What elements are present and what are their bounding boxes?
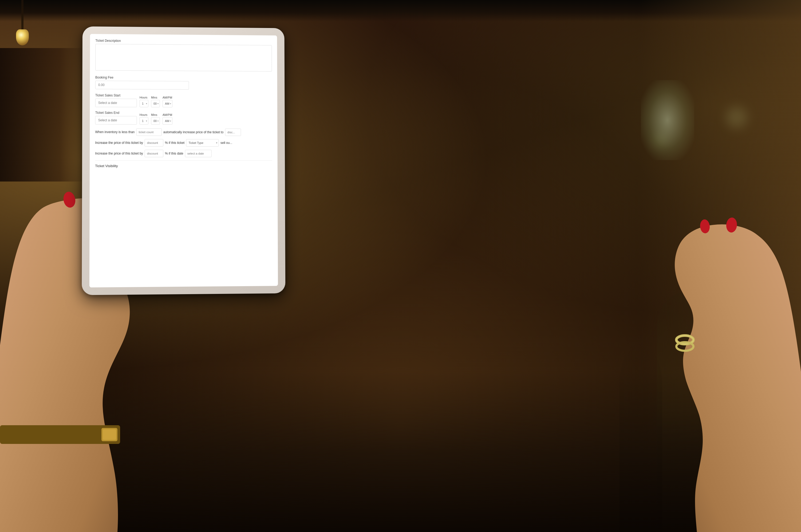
booking-fee-input[interactable] xyxy=(95,81,189,90)
end-ampm-arrow-icon: ▾ xyxy=(170,120,171,122)
ticket-sales-start-date-wrapper: Ticket Sales Start xyxy=(95,93,137,107)
start-ampm-label: AM/PM xyxy=(163,96,172,99)
start-hours-group: Hours 1234 5678 9101112 ▾ xyxy=(139,96,148,107)
start-hours-label: Hours xyxy=(139,96,147,99)
end-mins-group: Mins 00051015 20253035 40455055 ▾ xyxy=(151,113,160,125)
start-hours-select-wrap: 1234 5678 9101112 ▾ xyxy=(139,100,148,107)
ticket-sales-start-group: Ticket Sales Start Hours 1234 5678 91011… xyxy=(95,93,272,108)
start-mins-group: Mins 00051015 20253035 40455055 ▾ xyxy=(151,96,160,107)
price-date-input[interactable] xyxy=(185,150,212,157)
start-mins-arrow-icon: ▾ xyxy=(157,102,158,105)
end-ampm-select-wrap: AMPM ▾ xyxy=(163,117,172,125)
ticket-sales-start-label: Ticket Sales Start xyxy=(95,93,137,97)
end-hours-select[interactable]: 1234 5678 9101112 xyxy=(142,119,146,122)
ticket-type-select[interactable]: Ticket Type General Admission VIP Early … xyxy=(186,139,219,147)
price-rule-2-prefix: Increase the price of this ticket by xyxy=(95,152,143,155)
end-ampm-select[interactable]: AMPM xyxy=(165,119,170,122)
end-ampm-label: AM/PM xyxy=(163,113,172,116)
ticket-sales-end-label: Ticket Sales End xyxy=(95,111,137,115)
price-discount-1-input[interactable] xyxy=(145,139,163,147)
ticket-description-input[interactable] xyxy=(95,44,272,72)
end-hours-select-wrap: 1234 5678 9101112 ▾ xyxy=(139,117,148,125)
end-mins-select-wrap: 00051015 20253035 40455055 ▾ xyxy=(151,117,160,125)
inventory-rule-prefix: When inventory is less than xyxy=(95,130,135,134)
ticket-count-input[interactable] xyxy=(136,128,161,136)
ticket-sales-end-input[interactable] xyxy=(95,116,137,125)
ceiling-lamp-pole-left xyxy=(21,0,23,32)
start-mins-select-wrap: 00051015 20253035 40455055 ▾ xyxy=(151,100,160,107)
end-ampm-group: AM/PM AMPM ▾ xyxy=(163,113,172,125)
start-ampm-select-wrap: AMPM ▾ xyxy=(163,100,172,107)
tablet-body: Ticket Description Booking Fee Ticket Sa… xyxy=(82,26,285,295)
ticket-type-select-wrap: Ticket Type General Admission VIP Early … xyxy=(186,139,219,147)
ticket-description-label: Ticket Description xyxy=(95,39,272,44)
booking-fee-label: Booking Fee xyxy=(95,76,272,80)
ceiling-lamp-bulb-left xyxy=(16,30,29,45)
ticket-sales-end-date-wrapper: Ticket Sales End xyxy=(95,111,137,125)
price-rule-2-suffix: % if this date xyxy=(165,152,183,155)
start-mins-label: Mins xyxy=(151,96,157,99)
start-hours-arrow-icon: ▾ xyxy=(146,102,147,104)
inventory-rule-row: When inventory is less than automaticall… xyxy=(95,128,272,136)
tablet: Ticket Description Booking Fee Ticket Sa… xyxy=(82,26,285,295)
inventory-discount-input[interactable] xyxy=(225,128,241,136)
end-hours-label: Hours xyxy=(139,113,147,116)
end-mins-label: Mins xyxy=(151,113,157,116)
start-ampm-group: AM/PM AMPM ▾ xyxy=(163,96,172,107)
booking-fee-group: Booking Fee xyxy=(95,76,272,90)
divider xyxy=(95,160,272,161)
price-rule-1-row: Increase the price of this ticket by % i… xyxy=(95,139,272,147)
end-mins-arrow-icon: ▾ xyxy=(157,119,158,122)
ticket-visibility-group: Ticket Visibility xyxy=(95,164,272,168)
end-hours-arrow-icon: ▾ xyxy=(146,119,147,122)
start-hours-select[interactable]: 1234 5678 9101112 xyxy=(142,102,146,105)
ticket-sales-start-input[interactable] xyxy=(95,98,137,107)
svg-rect-5 xyxy=(103,429,116,440)
form-content: Ticket Description Booking Fee Ticket Sa… xyxy=(90,34,278,287)
end-hours-group: Hours 1234 5678 9101112 ▾ xyxy=(139,113,148,125)
tablet-screen: Ticket Description Booking Fee Ticket Sa… xyxy=(90,34,278,287)
start-ampm-select[interactable]: AMPM xyxy=(165,102,170,105)
start-ampm-arrow-icon: ▾ xyxy=(170,102,171,105)
price-rule-2-row: Increase the price of this ticket by % i… xyxy=(95,150,272,157)
ticket-visibility-title: Ticket Visibility xyxy=(95,163,118,168)
price-rule-1-end: sell ou... xyxy=(221,141,232,145)
inventory-rule-middle: automatically increase price of the tick… xyxy=(163,130,224,134)
hand-right xyxy=(628,158,801,532)
price-rule-1-suffix: % if this ticket xyxy=(165,141,185,145)
end-mins-select[interactable]: 00051015 20253035 40455055 xyxy=(153,119,157,122)
ticket-description-group: Ticket Description xyxy=(95,39,272,72)
ticket-sales-end-group: Ticket Sales End Hours 1234 5678 9101112 xyxy=(95,111,272,125)
start-mins-select[interactable]: 00051015 20253035 40455055 xyxy=(153,102,157,105)
price-rule-1-prefix: Increase the price of this ticket by xyxy=(95,141,143,145)
price-discount-2-input[interactable] xyxy=(145,150,163,157)
